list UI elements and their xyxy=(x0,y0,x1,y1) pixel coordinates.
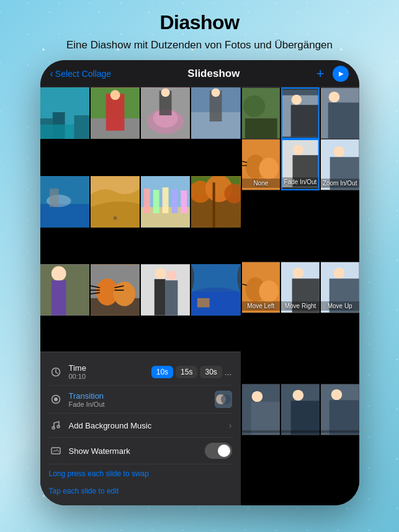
svg-rect-58 xyxy=(197,298,210,308)
photo-cell[interactable] xyxy=(91,264,140,316)
svg-point-83 xyxy=(259,157,278,179)
music-arrow-icon: › xyxy=(229,420,232,430)
svg-rect-111 xyxy=(330,401,359,435)
svg-point-101 xyxy=(333,267,344,278)
svg-point-98 xyxy=(293,267,304,278)
settings-panel: Time 00:10 10s 15s 30s ... xyxy=(40,352,241,505)
transition-moveup[interactable]: Move Up xyxy=(321,262,359,313)
svg-point-75 xyxy=(292,95,302,105)
svg-point-104 xyxy=(251,391,262,402)
add-button[interactable]: + xyxy=(316,66,325,82)
phone-frame: ‹ Select Collage Slideshow + xyxy=(40,60,359,505)
transition-none-label: None xyxy=(242,179,280,188)
music-icon xyxy=(49,419,63,432)
transition-sublabel: Fade In/Out xyxy=(69,401,215,408)
transition-thumbnail xyxy=(215,391,232,408)
time-label: Time xyxy=(69,363,151,373)
photo-cell[interactable] xyxy=(191,87,240,139)
nav-back-label[interactable]: Select Collage xyxy=(55,69,111,79)
page-title: Diashow xyxy=(0,11,399,34)
svg-point-107 xyxy=(293,390,304,401)
transition-r2[interactable] xyxy=(281,384,320,435)
time-more-btn[interactable]: ... xyxy=(225,367,232,377)
svg-point-39 xyxy=(51,267,66,282)
transition-moveleft-label: Move Left xyxy=(242,301,280,311)
nav-back-button[interactable]: ‹ Select Collage xyxy=(50,68,112,79)
svg-point-66 xyxy=(221,394,231,404)
svg-rect-76 xyxy=(291,105,318,136)
photo-cell[interactable] xyxy=(91,87,140,139)
hint-edit-row: Tap each slide to edit xyxy=(49,482,232,499)
transition-moveright-label: Move Right xyxy=(281,301,320,311)
transition-fade[interactable]: Fade In/Out xyxy=(281,139,320,190)
time-10s-btn[interactable]: 10s xyxy=(151,366,173,378)
photo-cell[interactable] xyxy=(191,176,240,228)
transition-setting-row[interactable]: Transition Fade In/Out xyxy=(49,386,232,414)
nav-bar: ‹ Select Collage Slideshow + xyxy=(40,60,359,87)
photo-cell[interactable] xyxy=(40,87,89,139)
transition-label-group: Transition Fade In/Out xyxy=(69,391,215,408)
photo-cell[interactable] xyxy=(40,176,89,228)
svg-point-63 xyxy=(54,397,58,401)
music-setting-row[interactable]: Add Background Music › xyxy=(49,414,232,438)
time-label-group: Time 00:10 xyxy=(69,363,151,380)
strip-cell-partial1 xyxy=(242,87,280,139)
strip-cell-partial3 xyxy=(321,87,359,139)
transition-moveright[interactable]: Move Right xyxy=(281,262,320,313)
transition-r1[interactable] xyxy=(242,384,280,435)
transition-r1-label xyxy=(242,430,280,433)
left-panel: Time 00:10 10s 15s 30s ... xyxy=(40,87,241,505)
transition-fade-label: Fade In/Out xyxy=(282,177,318,187)
svg-rect-108 xyxy=(291,401,320,435)
time-setting-row: Time 00:10 10s 15s 30s ... xyxy=(49,358,232,386)
svg-point-8 xyxy=(110,90,120,100)
svg-rect-21 xyxy=(49,188,58,207)
watermark-label: Show Watermark xyxy=(69,446,205,456)
chevron-left-icon: ‹ xyxy=(50,68,53,79)
transition-moveleft[interactable]: Move Left xyxy=(242,262,280,313)
svg-rect-36 xyxy=(213,182,215,227)
photo-cell[interactable] xyxy=(141,264,190,316)
svg-point-54 xyxy=(167,271,177,281)
time-value: 00:10 xyxy=(69,373,151,380)
transition-r3-label xyxy=(321,430,359,433)
photo-cell[interactable] xyxy=(191,264,240,316)
svg-rect-28 xyxy=(163,187,169,213)
svg-rect-30 xyxy=(181,190,187,213)
svg-point-13 xyxy=(161,88,170,97)
hint-swap-text: Long press each slide to swap xyxy=(49,469,149,478)
svg-line-61 xyxy=(56,372,58,373)
svg-rect-55 xyxy=(166,280,178,315)
play-button[interactable] xyxy=(333,66,349,82)
svg-point-88 xyxy=(294,145,303,155)
svg-point-17 xyxy=(212,88,220,97)
svg-rect-72 xyxy=(244,118,277,138)
svg-rect-19 xyxy=(40,204,89,228)
watermark-toggle[interactable] xyxy=(205,443,232,459)
time-15s-btn[interactable]: 15s xyxy=(176,366,197,378)
photo-cell[interactable] xyxy=(141,176,190,228)
photo-cell[interactable] xyxy=(40,264,89,316)
svg-rect-40 xyxy=(51,280,66,315)
transition-zoom[interactable]: Zoom In/Out xyxy=(321,139,359,190)
music-label: Add Background Music xyxy=(69,421,229,430)
transition-zoom-label: Zoom In/Out xyxy=(321,179,359,188)
svg-rect-4 xyxy=(74,115,89,139)
svg-point-71 xyxy=(243,95,264,117)
strip-cell-partial2[interactable] xyxy=(281,87,320,139)
svg-point-52 xyxy=(155,268,166,280)
hint-edit-text: Tap each slide to edit xyxy=(49,487,119,495)
svg-point-110 xyxy=(331,389,342,401)
page-subtitle: Eine Diashow mit Dutzenden von Fotos und… xyxy=(0,39,399,51)
transition-r3[interactable] xyxy=(321,384,359,435)
svg-point-67 xyxy=(52,427,55,429)
transition-picker-panel: None Fade In/Out xyxy=(241,87,359,505)
time-30s-btn[interactable]: 30s xyxy=(200,366,222,378)
photo-cell[interactable] xyxy=(141,87,190,139)
transition-options-grid: None Fade In/Out xyxy=(242,139,359,505)
photo-cell[interactable] xyxy=(91,176,140,228)
svg-rect-69 xyxy=(52,448,60,454)
transition-moveup-label: Move Up xyxy=(321,301,359,311)
transition-none[interactable]: None xyxy=(242,139,280,190)
svg-rect-29 xyxy=(172,189,178,213)
